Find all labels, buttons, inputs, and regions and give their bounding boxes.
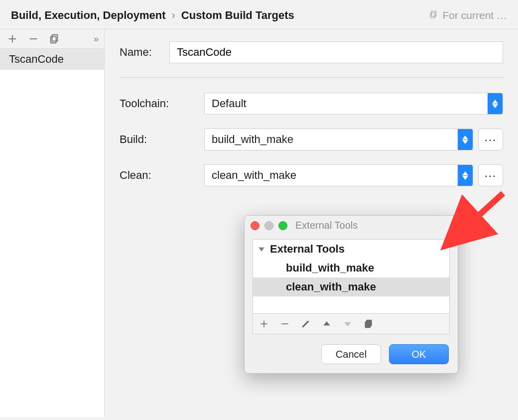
build-value: build_with_make bbox=[212, 133, 293, 146]
clean-label: Clean: bbox=[120, 169, 204, 182]
sidebar-item-tscancode[interactable]: TscanCode bbox=[0, 49, 104, 70]
traffic-light-zoom-icon[interactable] bbox=[278, 221, 287, 230]
svg-rect-0 bbox=[432, 11, 436, 16]
clean-value: clean_with_make bbox=[212, 169, 296, 182]
clean-row: Clean: clean_with_make ... bbox=[120, 164, 503, 186]
tree-item-label: clean_with_make bbox=[286, 280, 376, 293]
chevron-down-icon bbox=[258, 243, 265, 256]
stepper-arrows-icon bbox=[488, 93, 503, 114]
targets-sidebar: » TscanCode bbox=[0, 29, 105, 417]
expand-icon[interactable]: » bbox=[94, 34, 97, 44]
tree-empty-space bbox=[253, 296, 449, 313]
remove-icon[interactable] bbox=[280, 319, 290, 329]
move-down-icon bbox=[343, 319, 353, 329]
external-tools-dialog: External Tools External Tools build_with… bbox=[244, 215, 458, 374]
clean-browse-button[interactable]: ... bbox=[478, 164, 503, 186]
stepper-arrows-icon bbox=[458, 165, 473, 186]
tools-tree: External Tools build_with_make clean_wit… bbox=[253, 239, 450, 314]
copy-icon bbox=[429, 9, 438, 21]
breadcrumb-level-1[interactable]: Build, Execution, Deployment bbox=[11, 9, 165, 22]
ok-button[interactable]: OK bbox=[389, 344, 449, 364]
svg-rect-5 bbox=[365, 322, 370, 328]
name-input[interactable] bbox=[169, 41, 503, 63]
scope-indicator: For current … bbox=[429, 9, 507, 21]
build-row: Build: build_with_make ... bbox=[120, 129, 503, 150]
tree-item-build-with-make[interactable]: build_with_make bbox=[253, 259, 449, 278]
copy-icon[interactable] bbox=[364, 319, 374, 329]
toolchain-label: Toolchain: bbox=[120, 97, 204, 110]
tree-root-label: External Tools bbox=[270, 243, 345, 256]
add-icon[interactable] bbox=[259, 319, 269, 329]
sidebar-toolbar: » bbox=[0, 29, 104, 49]
dialog-title: External Tools bbox=[295, 220, 358, 231]
breadcrumb-separator-icon: › bbox=[171, 9, 175, 22]
svg-rect-1 bbox=[431, 12, 435, 18]
dialog-buttons: Cancel OK bbox=[245, 334, 458, 373]
tree-root[interactable]: External Tools bbox=[253, 240, 449, 259]
toolchain-combo[interactable]: Default bbox=[204, 93, 503, 115]
dialog-titlebar: External Tools bbox=[245, 216, 458, 235]
traffic-light-close-icon[interactable] bbox=[251, 221, 259, 230]
edit-icon[interactable] bbox=[301, 319, 311, 329]
clean-combo[interactable]: clean_with_make bbox=[204, 164, 473, 186]
name-label: Name: bbox=[120, 46, 169, 59]
move-up-icon[interactable] bbox=[322, 319, 332, 329]
toolchain-value: Default bbox=[212, 97, 247, 110]
build-label: Build: bbox=[120, 133, 204, 146]
cancel-button[interactable]: Cancel bbox=[321, 344, 381, 364]
dialog-toolbar bbox=[253, 314, 450, 334]
remove-icon[interactable] bbox=[28, 33, 39, 44]
breadcrumb-level-2: Custom Build Targets bbox=[181, 9, 294, 22]
add-icon[interactable] bbox=[7, 33, 18, 44]
tree-item-label: build_with_make bbox=[286, 262, 374, 275]
breadcrumb: Build, Execution, Deployment › Custom Bu… bbox=[11, 9, 294, 22]
name-row: Name: bbox=[120, 41, 503, 63]
copy-icon[interactable] bbox=[49, 33, 60, 44]
build-combo[interactable]: build_with_make bbox=[204, 129, 473, 150]
tree-item-clean-with-make[interactable]: clean_with_make bbox=[253, 278, 449, 296]
svg-rect-2 bbox=[52, 35, 57, 41]
stepper-arrows-icon bbox=[458, 129, 473, 150]
traffic-light-minimize-icon bbox=[264, 221, 273, 230]
build-browse-button[interactable]: ... bbox=[478, 129, 503, 150]
svg-rect-3 bbox=[51, 36, 56, 43]
settings-breadcrumb-header: Build, Execution, Deployment › Custom Bu… bbox=[0, 0, 518, 29]
toolchain-row: Toolchain: Default bbox=[120, 93, 503, 115]
scope-label: For current … bbox=[442, 9, 507, 21]
divider bbox=[120, 77, 503, 78]
